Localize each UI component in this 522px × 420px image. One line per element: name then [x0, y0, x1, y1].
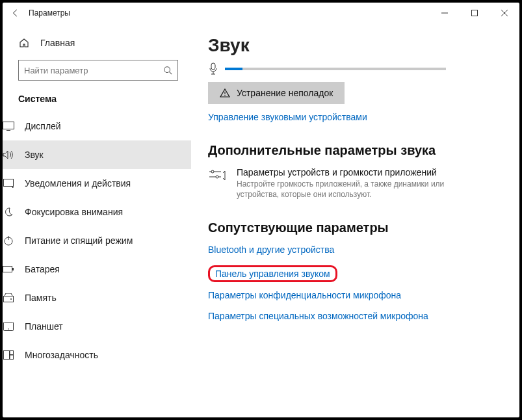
- svg-point-10: [8, 328, 9, 330]
- content-pane: Звук Устранение неполадок Управление зву…: [191, 23, 519, 417]
- nav-power[interactable]: Питание и спящий режим: [3, 226, 191, 255]
- svg-rect-12: [10, 351, 14, 355]
- svg-rect-0: [472, 10, 478, 16]
- svg-point-15: [224, 95, 226, 96]
- nav-list: Дисплей Звук Уведомления и действия Фоку…: [3, 112, 191, 369]
- nav-focus[interactable]: Фокусировка внимания: [3, 198, 191, 226]
- advanced-heading: Дополнительные параметры звука: [208, 143, 500, 158]
- highlight-callout: Панель управления звуком: [208, 265, 337, 282]
- svg-rect-7: [4, 296, 14, 302]
- nav-label: Дисплей: [25, 121, 61, 131]
- sliders-icon: [208, 167, 228, 183]
- sound-icon: [3, 150, 14, 159]
- svg-rect-6: [12, 268, 14, 270]
- nav-sound[interactable]: Звук: [3, 140, 191, 169]
- svg-point-16: [211, 170, 214, 173]
- nav-display[interactable]: Дисплей: [3, 112, 191, 140]
- link-mic-accessibility[interactable]: Параметры специальных возможностей микро…: [208, 311, 500, 321]
- svg-rect-13: [10, 355, 14, 360]
- svg-point-8: [10, 298, 12, 300]
- warning-icon: [220, 88, 230, 98]
- nav-multitask[interactable]: Многозадачность: [3, 341, 191, 369]
- nav-storage[interactable]: Память: [3, 283, 191, 312]
- troubleshoot-label: Устранение неполадок: [237, 88, 333, 98]
- nav-label: Питание и спящий режим: [25, 235, 133, 246]
- svg-rect-2: [3, 122, 14, 129]
- display-icon: [3, 122, 14, 131]
- app-volume-row[interactable]: Параметры устройств и громкости приложен…: [208, 167, 500, 200]
- svg-rect-5: [3, 267, 12, 272]
- home-label: Главная: [40, 38, 75, 48]
- maximize-button[interactable]: [460, 3, 489, 23]
- link-sound-control-panel[interactable]: Панель управления звуком: [215, 269, 330, 279]
- svg-point-17: [216, 176, 218, 178]
- svg-rect-3: [4, 179, 14, 187]
- svg-rect-11: [4, 351, 10, 360]
- search-box[interactable]: [18, 60, 178, 81]
- mic-level-bar: [225, 68, 446, 70]
- nav-label: Уведомления и действия: [25, 178, 131, 189]
- section-heading: Система: [18, 94, 178, 104]
- nav-label: Батарея: [25, 264, 60, 274]
- link-bluetooth[interactable]: Bluetooth и другие устройства: [208, 244, 500, 255]
- nav-label: Звук: [25, 150, 44, 160]
- multitask-icon: [3, 350, 14, 360]
- svg-rect-14: [211, 63, 215, 70]
- link-mic-privacy[interactable]: Параметры конфиденциальности микрофона: [208, 290, 500, 300]
- titlebar: Параметры: [3, 3, 519, 23]
- close-button[interactable]: [489, 3, 519, 23]
- nav-label: Фокусировка внимания: [25, 207, 123, 217]
- related-heading: Сопутствующие параметры: [208, 220, 500, 235]
- notifications-icon: [3, 179, 14, 188]
- app-volume-title: Параметры устройств и громкости приложен…: [237, 167, 458, 177]
- nav-tablet[interactable]: Планшет: [3, 312, 191, 341]
- minimize-button[interactable]: [430, 3, 460, 23]
- tablet-icon: [3, 322, 14, 331]
- svg-point-1: [164, 67, 170, 73]
- sidebar: Главная Система Дисплей Звук: [3, 23, 191, 417]
- focus-icon: [3, 207, 14, 217]
- nav-notifications[interactable]: Уведомления и действия: [3, 169, 191, 198]
- nav-label: Планшет: [25, 321, 63, 332]
- app-volume-desc: Настройте громкость приложений, а также …: [237, 179, 458, 200]
- home-icon: [18, 38, 30, 48]
- storage-icon: [3, 293, 14, 302]
- power-icon: [3, 235, 14, 246]
- back-button[interactable]: [8, 5, 23, 21]
- search-icon: [163, 66, 172, 75]
- troubleshoot-button[interactable]: Устранение неполадок: [208, 82, 345, 104]
- battery-icon: [3, 265, 14, 273]
- microphone-icon: [208, 62, 218, 75]
- nav-label: Память: [25, 293, 57, 303]
- nav-battery[interactable]: Батарея: [3, 255, 191, 283]
- related-links: Bluetooth и другие устройства Панель упр…: [208, 244, 500, 321]
- page-heading: Звук: [208, 35, 500, 56]
- home-nav[interactable]: Главная: [18, 35, 178, 51]
- mic-level-row: [208, 62, 500, 75]
- search-input[interactable]: [24, 66, 163, 75]
- nav-label: Многозадачность: [25, 350, 98, 360]
- settings-window: Параметры Главная: [0, 0, 522, 420]
- window-title: Параметры: [29, 8, 70, 18]
- manage-devices-link[interactable]: Управление звуковыми устройствами: [208, 112, 500, 122]
